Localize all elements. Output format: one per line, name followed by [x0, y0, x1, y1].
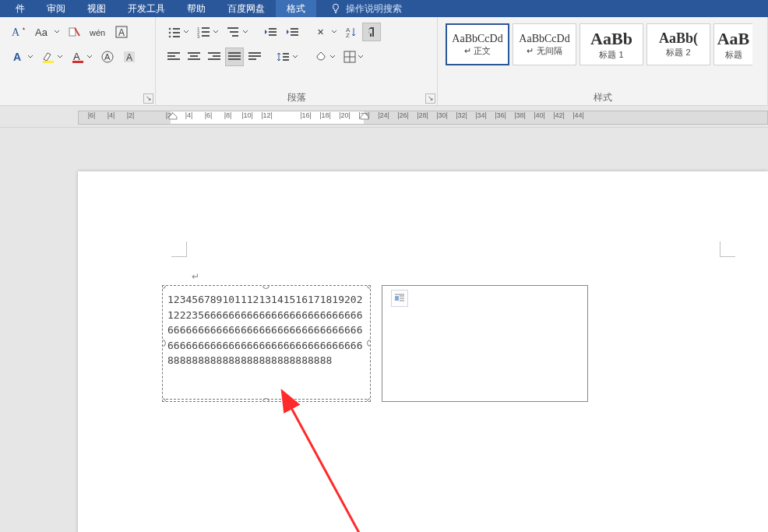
style-tile-0[interactable]: AaBbCcDd↵ 正文 — [446, 23, 509, 65]
multilevel-list-button[interactable] — [224, 23, 252, 41]
sort-button[interactable]: AZ — [342, 23, 361, 41]
style-name: 标题 1 — [599, 49, 623, 61]
align-center-button[interactable] — [185, 48, 203, 66]
svg-rect-23 — [202, 31, 210, 33]
document-canvas[interactable]: ↵ 12345678910111213141516171819202122235… — [0, 128, 768, 532]
svg-text:A: A — [104, 52, 111, 62]
ruler-tick: |40| — [530, 111, 549, 119]
handle-se[interactable] — [367, 398, 371, 402]
style-tile-3[interactable]: AaBb(标题 2 — [646, 23, 710, 65]
handle-n[interactable] — [262, 285, 270, 289]
svg-text:A: A — [12, 26, 20, 38]
style-tile-2[interactable]: AaBb标题 1 — [580, 23, 643, 65]
tab-format[interactable]: 格式 — [276, 0, 316, 17]
font-color-button[interactable]: A — [68, 48, 96, 66]
ruler-tick: |20| — [335, 111, 354, 119]
enclose-char-button[interactable]: A — [97, 48, 118, 66]
tab-help[interactable]: 帮助 — [176, 0, 217, 17]
char-shading-button[interactable]: A — [119, 48, 139, 66]
annotation-arrow — [280, 391, 436, 532]
ruler-tick: |8| — [218, 111, 238, 119]
ruler-tick: |4| — [179, 111, 199, 119]
group-styles: AaBbCcDd↵ 正文AaBbCcDd↵ 无间隔AaBb标题 1AaBb(标题… — [438, 17, 768, 106]
line-spacing-button[interactable] — [273, 48, 301, 66]
first-line-indent-marker[interactable] — [169, 113, 177, 124]
ruler-tick: |30| — [432, 111, 452, 119]
handle-ne[interactable] — [367, 285, 371, 289]
svg-rect-15 — [173, 28, 180, 30]
svg-rect-51 — [248, 55, 261, 57]
ruler-tick: |12| — [257, 111, 277, 119]
phonetic-guide-button[interactable]: wén — [86, 23, 110, 41]
svg-rect-38 — [167, 52, 180, 54]
svg-rect-39 — [167, 55, 175, 57]
svg-rect-19 — [173, 36, 180, 37]
svg-rect-43 — [188, 58, 200, 60]
svg-text:wén: wén — [89, 28, 105, 37]
align-distribute-button[interactable] — [245, 48, 264, 66]
font-dialog-launcher[interactable]: ↘ — [143, 93, 153, 104]
right-indent-marker[interactable] — [361, 113, 368, 124]
tab-baidu[interactable]: 百度网盘 — [217, 0, 276, 17]
style-tile-1[interactable]: AaBbCcDd↵ 无间隔 — [513, 23, 576, 65]
tab-view[interactable]: 视图 — [76, 0, 117, 17]
layout-options-button[interactable] — [391, 290, 408, 307]
borders-button[interactable] — [340, 48, 367, 66]
tab-fragment[interactable]: 件 — [5, 0, 36, 17]
ruler-tick: |26| — [393, 111, 413, 119]
asian-layout-button[interactable]: ✕ — [312, 23, 340, 41]
align-left-button[interactable] — [164, 48, 183, 66]
page[interactable]: ↵ 12345678910111213141516171819202122235… — [78, 171, 768, 532]
style-name: 标题 — [725, 49, 742, 61]
svg-rect-47 — [228, 52, 241, 54]
menubar: 件 审阅 视图 开发工具 帮助 百度网盘 格式 操作说明搜索 — [0, 0, 768, 17]
ruler-tick: |6| — [82, 111, 101, 119]
svg-point-16 — [169, 32, 171, 34]
ruler-tick: |32| — [452, 111, 471, 119]
style-tile-4[interactable]: AaB标题 — [713, 23, 752, 65]
indent-decrease-button[interactable] — [261, 23, 281, 41]
textbox-2[interactable] — [382, 285, 588, 402]
horizontal-ruler[interactable]: |6||4||2||2||4||6||8||10||12||16||18||20… — [78, 111, 768, 125]
svg-rect-46 — [208, 58, 220, 60]
indent-increase-button[interactable] — [283, 23, 303, 41]
ruler-tick — [140, 111, 160, 119]
svg-rect-9 — [72, 61, 83, 63]
ruler-tick: |4| — [101, 111, 121, 119]
style-name: ↵ 正文 — [464, 45, 491, 57]
ruler-tick: |2| — [121, 111, 140, 119]
svg-rect-31 — [269, 34, 277, 36]
tell-me[interactable]: 操作说明搜索 — [330, 2, 402, 16]
ruler-tick: |36| — [491, 111, 510, 119]
textbox-overflow-indicator — [166, 399, 367, 400]
margin-corner-top-left — [171, 241, 187, 257]
font-grow-button[interactable]: A — [9, 23, 30, 41]
textbox-1-text[interactable]: 1234567891011121314151617181920212223566… — [167, 292, 365, 368]
align-justify-button[interactable] — [225, 48, 244, 66]
handle-e[interactable] — [367, 340, 371, 347]
tab-review[interactable]: 审阅 — [36, 0, 76, 17]
lightbulb-icon — [330, 3, 341, 14]
numbering-button[interactable]: 123 — [194, 23, 222, 41]
change-case-button[interactable]: Aa — [32, 23, 63, 41]
svg-rect-30 — [269, 31, 277, 33]
clear-format-button[interactable] — [65, 23, 85, 41]
style-name: 标题 2 — [666, 47, 690, 58]
bullets-button[interactable] — [164, 23, 192, 41]
text-effects-button[interactable]: A — [9, 48, 37, 66]
paragraph-dialog-launcher[interactable]: ↘ — [425, 93, 435, 104]
handle-w[interactable] — [162, 340, 166, 347]
highlight-button[interactable] — [38, 48, 66, 66]
svg-rect-52 — [248, 58, 256, 60]
align-right-button[interactable] — [205, 48, 224, 66]
ruler-tick: |24| — [374, 111, 393, 119]
svg-rect-34 — [291, 34, 298, 36]
textbox-1[interactable]: 1234567891011121314151617181920212223566… — [162, 285, 371, 402]
show-marks-button[interactable] — [362, 23, 381, 41]
svg-rect-60 — [395, 296, 399, 301]
shading-button[interactable] — [311, 48, 339, 66]
svg-text:A: A — [13, 51, 21, 63]
tab-devtools[interactable]: 开发工具 — [117, 0, 176, 17]
char-border-button[interactable]: A — [111, 23, 132, 41]
handle-nw[interactable] — [162, 285, 166, 289]
